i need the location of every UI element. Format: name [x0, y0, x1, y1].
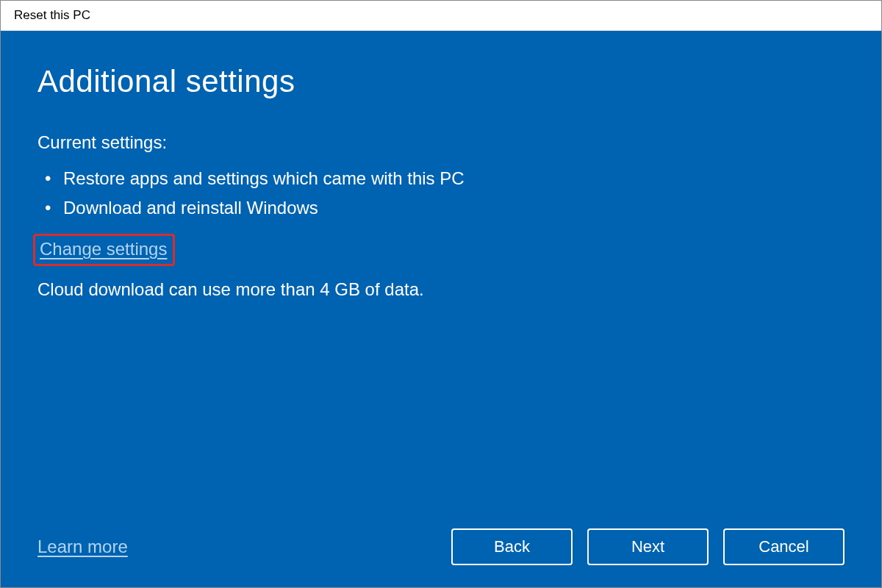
- window-title: Reset this PC: [14, 8, 90, 22]
- page-title: Additional settings: [37, 64, 845, 99]
- current-settings-label: Current settings:: [37, 132, 845, 153]
- list-item: Restore apps and settings which came wit…: [45, 164, 845, 193]
- cancel-button[interactable]: Cancel: [723, 528, 845, 565]
- highlight-box: Change settings: [33, 234, 175, 266]
- change-settings-link[interactable]: Change settings: [40, 239, 167, 259]
- cloud-download-note: Cloud download can use more than 4 GB of…: [37, 279, 845, 300]
- dialog-content: Additional settings Current settings: Re…: [1, 31, 881, 587]
- dialog-footer: Learn more Back Next Cancel: [37, 514, 845, 565]
- button-group: Back Next Cancel: [451, 528, 845, 565]
- window-titlebar: Reset this PC: [1, 1, 881, 31]
- reset-pc-window: Reset this PC Additional settings Curren…: [0, 0, 882, 588]
- next-button[interactable]: Next: [587, 528, 709, 565]
- settings-list: Restore apps and settings which came wit…: [37, 164, 845, 223]
- list-item: Download and reinstall Windows: [45, 193, 845, 223]
- learn-more-link[interactable]: Learn more: [37, 537, 128, 557]
- back-button[interactable]: Back: [451, 528, 573, 565]
